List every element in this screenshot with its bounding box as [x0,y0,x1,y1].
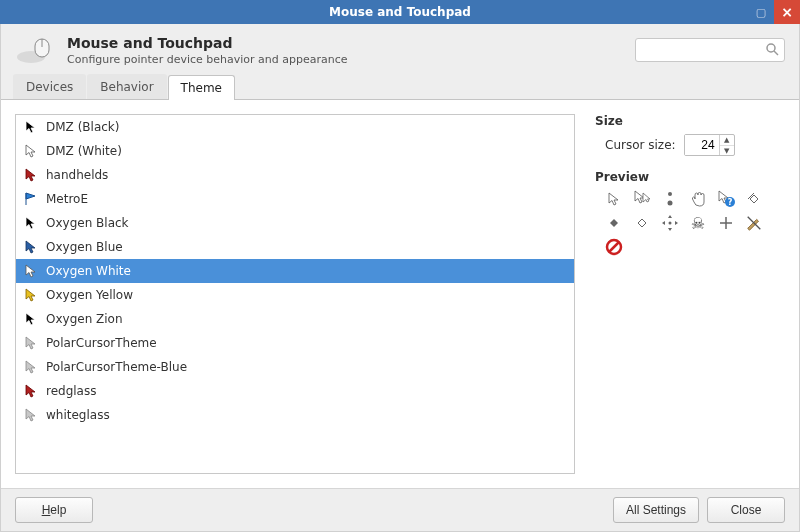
preview-hand-icon [689,190,707,208]
cursor-swatch-icon [24,384,38,398]
footer: Help All Settings Close [1,488,799,531]
theme-name-label: whiteglass [46,408,110,422]
minimize-button[interactable]: ▢ [748,0,774,24]
cursor-swatch-icon [24,144,38,158]
search-input[interactable] [635,38,785,62]
spin-up-button[interactable]: ▲ [720,135,734,146]
window-controls: ▢ × [748,0,800,24]
side-pane: Size Cursor size: ▲ ▼ Preview ?☠ [595,114,785,474]
cursor-swatch-icon [24,360,38,374]
preview-diamond-split-icon [745,190,763,208]
theme-name-label: redglass [46,384,96,398]
size-section-title: Size [595,114,785,128]
spin-down-button[interactable]: ▼ [720,146,734,157]
preview-skull-icon: ☠ [689,214,707,232]
theme-row[interactable]: DMZ (Black) [16,115,574,139]
cursor-size-row: Cursor size: ▲ ▼ [605,134,785,156]
titlebar: Mouse and Touchpad ▢ × [0,0,800,24]
cursor-theme-list[interactable]: DMZ (Black)DMZ (White)handheldsMetroEOxy… [15,114,575,474]
svg-point-3 [767,44,775,52]
svg-line-14 [609,242,619,252]
cursor-size-spinbox[interactable]: ▲ ▼ [684,134,735,156]
cursor-swatch-icon [24,120,38,134]
theme-panel: DMZ (Black)DMZ (White)handheldsMetroEOxy… [1,100,799,488]
header-text: Mouse and Touchpad Configure pointer dev… [67,35,348,66]
cursor-swatch-icon [24,312,38,326]
help-button[interactable]: Help [15,497,93,523]
preview-diag-dots-icon [661,190,679,208]
preview-pointer-help-icon: ? [717,190,735,208]
window-body: Mouse and Touchpad Configure pointer dev… [0,24,800,532]
cursor-swatch-icon [24,336,38,350]
preview-section-title: Preview [595,170,785,184]
search-icon [765,42,779,59]
theme-row[interactable]: MetroE [16,187,574,211]
theme-name-label: PolarCursorTheme [46,336,157,350]
cursor-swatch-icon [24,240,38,254]
cursor-swatch-icon [24,288,38,302]
theme-name-label: DMZ (Black) [46,120,119,134]
search-field-wrap [635,38,785,62]
theme-row[interactable]: Oxygen Black [16,211,574,235]
all-settings-button[interactable]: All Settings [613,497,699,523]
theme-row[interactable]: whiteglass [16,403,574,427]
svg-text:?: ? [728,198,733,207]
theme-row[interactable]: DMZ (White) [16,139,574,163]
cursor-size-label: Cursor size: [605,138,676,152]
preview-diamond-icon [605,214,623,232]
theme-row[interactable]: handhelds [16,163,574,187]
svg-point-5 [668,192,672,196]
theme-name-label: Oxygen Blue [46,240,123,254]
page-subtitle: Configure pointer device behavior and ap… [67,53,348,66]
theme-row[interactable]: Oxygen Zion [16,307,574,331]
page-title: Mouse and Touchpad [67,35,348,51]
preview-move-icon [661,214,679,232]
cursor-swatch-icon [24,264,38,278]
theme-row[interactable]: Oxygen Yellow [16,283,574,307]
theme-name-label: Oxygen Zion [46,312,123,326]
preview-pointer-copy-icon [633,190,651,208]
preview-pen-forbid-icon [745,214,763,232]
spin-arrows: ▲ ▼ [719,135,734,155]
cursor-swatch-icon [24,408,38,422]
theme-name-label: MetroE [46,192,88,206]
close-button[interactable]: Close [707,497,785,523]
theme-name-label: DMZ (White) [46,144,122,158]
window-title: Mouse and Touchpad [0,5,800,19]
preview-plus-icon [717,214,735,232]
theme-row[interactable]: Oxygen White [16,259,574,283]
theme-name-label: Oxygen White [46,264,131,278]
theme-row[interactable]: Oxygen Blue [16,235,574,259]
tab-behavior[interactable]: Behavior [87,74,166,99]
cursor-swatch-icon [24,168,38,182]
svg-point-6 [668,201,673,206]
theme-name-label: PolarCursorTheme-Blue [46,360,187,374]
mouse-device-icon [15,34,55,66]
preview-single-diamond-icon [633,214,651,232]
theme-name-label: Oxygen Black [46,216,129,230]
close-window-button[interactable]: × [774,0,800,24]
cursor-size-input[interactable] [685,135,719,155]
theme-row[interactable]: PolarCursorTheme [16,331,574,355]
tab-theme[interactable]: Theme [168,75,235,100]
tab-devices[interactable]: Devices [13,74,86,99]
tab-bar: Devices Behavior Theme [1,74,799,100]
header: Mouse and Touchpad Configure pointer dev… [1,24,799,74]
cursor-preview-grid: ?☠ [605,190,775,256]
cursor-swatch-icon [24,192,38,206]
preview-forbidden-icon [605,238,623,256]
cursor-swatch-icon [24,216,38,230]
theme-row[interactable]: PolarCursorTheme-Blue [16,355,574,379]
svg-point-9 [669,222,672,225]
theme-name-label: handhelds [46,168,108,182]
theme-row[interactable]: redglass [16,379,574,403]
preview-pointer-icon [605,190,623,208]
svg-line-4 [774,51,778,55]
theme-name-label: Oxygen Yellow [46,288,133,302]
